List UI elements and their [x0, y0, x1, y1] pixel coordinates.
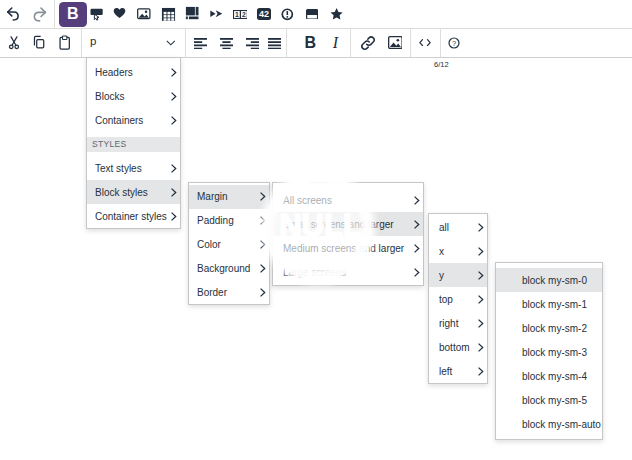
svg-text:1: 1: [235, 11, 239, 18]
svg-text:?: ?: [452, 39, 456, 48]
svg-text:2: 2: [241, 11, 245, 18]
